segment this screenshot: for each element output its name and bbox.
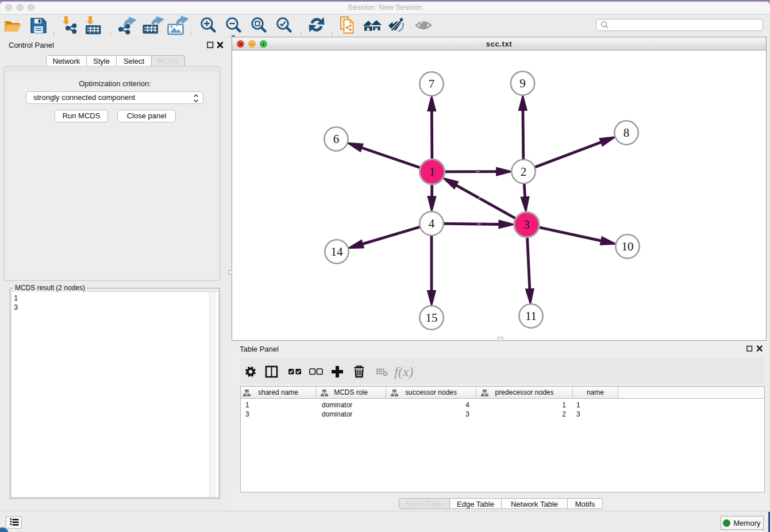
svg-text:11: 11 bbox=[525, 309, 537, 323]
svg-text:2: 2 bbox=[521, 165, 527, 179]
svg-text:14: 14 bbox=[331, 245, 344, 259]
svg-text:10: 10 bbox=[622, 240, 634, 253]
svg-text:9: 9 bbox=[519, 76, 526, 90]
svg-text:4: 4 bbox=[429, 217, 435, 230]
svg-text:7: 7 bbox=[429, 77, 435, 91]
svg-text:8: 8 bbox=[623, 126, 630, 140]
svg-text:3: 3 bbox=[523, 218, 530, 232]
svg-text:15: 15 bbox=[426, 311, 438, 325]
svg-text:f(x): f(x) bbox=[394, 364, 413, 379]
svg-text:6: 6 bbox=[333, 132, 340, 146]
svg-text:1: 1 bbox=[429, 165, 436, 179]
